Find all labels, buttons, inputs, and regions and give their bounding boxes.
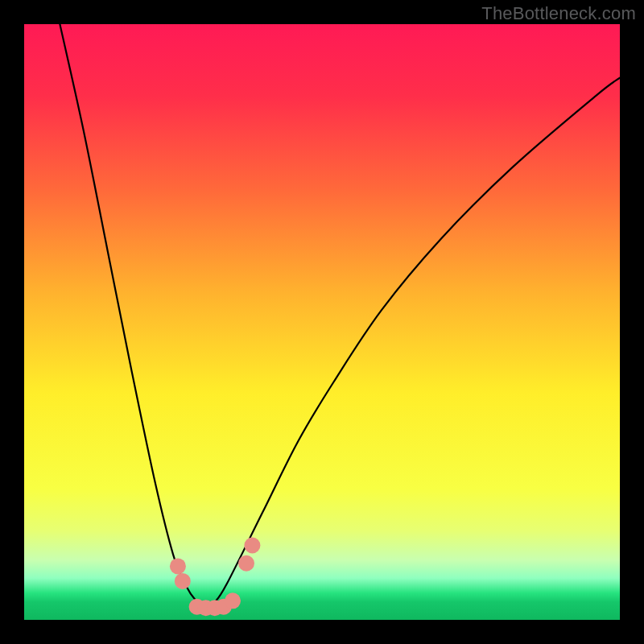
highlight-dot: [175, 573, 191, 589]
highlight-dot: [238, 555, 254, 572]
watermark-text: TheBottleneck.com: [481, 3, 636, 24]
highlight-dot: [170, 558, 186, 574]
highlight-dot: [225, 592, 241, 609]
plot-background: [24, 24, 620, 620]
chart-frame: TheBottleneck.com: [0, 0, 644, 644]
highlight-dot: [244, 538, 260, 554]
chart-canvas: [0, 0, 644, 644]
